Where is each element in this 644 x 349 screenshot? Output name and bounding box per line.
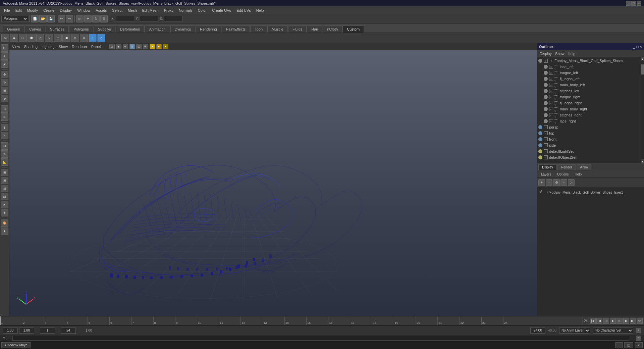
taskbar-restore-btn[interactable]: ◫ (624, 342, 633, 348)
select-tool[interactable]: ▷ (1, 44, 8, 52)
outliner-item-top[interactable]: c top (537, 130, 641, 136)
options-menu[interactable]: Options (554, 172, 571, 177)
ep-curve[interactable]: ≈ (1, 132, 8, 139)
shelf-tab-rendering[interactable]: Rendering (196, 26, 221, 33)
pb-expand-btn[interactable]: ≡ (636, 328, 641, 333)
viewport-content[interactable]: X Y Z (9, 50, 537, 316)
anim-layer-dropdown[interactable]: No Anim Layer (559, 328, 590, 334)
minimize-button[interactable]: _ (626, 1, 631, 6)
shelf-tab-polygons[interactable]: Polygons (69, 26, 93, 33)
shelf-tab-subdivs[interactable]: Subdivs (94, 26, 115, 33)
menu-item-edit-uvs[interactable]: Edit UVs (234, 8, 254, 13)
menu-item-create[interactable]: Create (41, 8, 57, 13)
prev-frame-btn[interactable]: ◀ (596, 318, 602, 324)
vp-btn-2[interactable]: ◼ (116, 44, 121, 49)
x-input[interactable] (116, 16, 134, 22)
layer-assign-btn[interactable]: ← (560, 179, 567, 186)
vp-btn-wire[interactable]: ⊡ (129, 44, 135, 49)
start-frame-input[interactable] (3, 328, 18, 334)
next-key-btn[interactable]: ▷ (616, 318, 623, 324)
scroll-track[interactable] (641, 61, 644, 159)
redo-button[interactable]: ↪ (66, 15, 73, 22)
undo-button[interactable]: ↩ (58, 15, 65, 22)
outliner-item-tongue-right[interactable]: c —○ tongue_right (542, 94, 641, 100)
timeline-ruler[interactable]: 123456789101112131415161718192021222324 (0, 316, 583, 325)
prev-key-btn[interactable]: ◁ (603, 318, 609, 324)
shelf-icon-check2[interactable]: ✓ (97, 34, 105, 42)
shelf-tab-hair[interactable]: Hair (307, 26, 322, 33)
menu-item-edit[interactable]: Edit (13, 8, 24, 13)
vp-btn-3[interactable]: ⊕ (123, 44, 128, 49)
layer-row-main[interactable]: V / /Footjoy_Mens_Black_Golf_Spikes_Shoe… (538, 189, 643, 196)
status-expand-btn[interactable]: ≡ (636, 336, 641, 341)
panels-menu[interactable]: Panels (90, 45, 104, 49)
rotate-tool[interactable]: ↻ (1, 79, 8, 86)
vp-light-1[interactable]: ● (150, 44, 155, 49)
shelf-icon-1[interactable]: ◎ (1, 34, 9, 42)
range-end-input[interactable] (530, 328, 545, 334)
curve-tool[interactable]: ∫ (1, 124, 8, 131)
outliner-item-fj-logos-right[interactable]: c —○ fj_logos_right (542, 100, 641, 106)
vp-light-2[interactable]: ● (156, 44, 162, 49)
scale-tool[interactable]: ⊞ (1, 87, 8, 94)
outliner-item-front[interactable]: c front (537, 136, 641, 142)
outliner-minimize[interactable]: _ (633, 45, 635, 49)
y-input[interactable] (140, 16, 158, 22)
lasso-tool[interactable]: ⌖ (1, 52, 8, 60)
shelf-tab-toon[interactable]: Toon (250, 26, 267, 33)
next-frame-btn[interactable]: ▶ (623, 318, 629, 324)
move-button[interactable]: ✛ (84, 15, 92, 22)
menu-item-create-uvs[interactable]: Create UVs (209, 8, 234, 13)
universal-tool[interactable]: ⊛ (1, 95, 8, 102)
new-layer-btn[interactable]: + (538, 179, 545, 186)
menu-item-normals[interactable]: Normals (176, 8, 195, 13)
menu-item-select[interactable]: Select (109, 8, 125, 13)
anim-tool[interactable]: ► (1, 201, 8, 208)
outliner-item-default-object-set[interactable]: c defaultObjectSet (537, 154, 641, 160)
scale-button[interactable]: ⊞ (100, 15, 108, 22)
help-menu[interactable]: Help (572, 172, 584, 177)
shelf-tab-curves[interactable]: Curves (25, 26, 45, 33)
shelf-icon-5[interactable]: △ (36, 34, 44, 42)
menu-item-window[interactable]: Window (74, 8, 93, 13)
z-input[interactable] (164, 16, 182, 22)
close-button[interactable]: × (637, 1, 641, 6)
outliner-item-persp[interactable]: c persp (537, 124, 641, 130)
shelf-icon-4[interactable]: ⬢ (28, 34, 36, 42)
shelf-icon-7[interactable]: ◻ (54, 34, 62, 42)
anim-tab[interactable]: Anim (577, 164, 592, 170)
menu-item-color[interactable]: Color (195, 8, 209, 13)
open-button[interactable]: 📂 (39, 15, 47, 22)
show-menu[interactable]: Show (57, 45, 69, 49)
outliner-content[interactable]: c ▸ Footjoy_Mens_Black_Golf_Spikes_Shoes… (537, 57, 641, 163)
move-tool[interactable]: ✛ (1, 71, 8, 78)
layers-menu[interactable]: Layers (538, 172, 554, 177)
shelf-tab-surfaces[interactable]: Surfaces (46, 26, 69, 33)
char-set-dropdown[interactable]: No Character Set (593, 328, 633, 334)
render-tool[interactable]: ◈ (1, 209, 8, 216)
outliner-item-root[interactable]: c ▸ Footjoy_Mens_Black_Golf_Spikes_Shoes (537, 58, 641, 64)
show-manip[interactable]: ⊞ (1, 169, 8, 176)
menu-item-assets[interactable]: Assets (93, 8, 109, 13)
menu-item-proxy[interactable]: Proxy (161, 8, 176, 13)
outliner-item-main-body-right[interactable]: c —○ main_body_right (542, 106, 641, 112)
outliner-item-main-body-left[interactable]: c —○ main_body_left (542, 82, 641, 88)
menu-item-help[interactable]: Help (254, 8, 267, 13)
scroll-up-arrow[interactable]: ▲ (641, 57, 644, 61)
menu-item-modify[interactable]: Modify (24, 8, 41, 13)
annotate[interactable]: ✎ (1, 150, 8, 158)
outliner-item-lace-right[interactable]: c —○ lace_right (542, 118, 641, 124)
anim-end-input[interactable] (61, 328, 76, 334)
display-tab[interactable]: Display (538, 164, 557, 170)
lighting-menu[interactable]: Lighting (40, 45, 56, 49)
outliner-item-side[interactable]: c side (537, 142, 641, 148)
loop-btn[interactable]: ⟳ (637, 318, 643, 324)
select-button[interactable]: ▷ (76, 15, 84, 22)
shelf-tab-ncloth[interactable]: nCloth (323, 26, 342, 33)
view-menu[interactable]: View (11, 45, 21, 49)
shelf-icon-8[interactable]: ◼ (62, 34, 70, 42)
layer-select-btn[interactable]: ▷ (568, 179, 575, 186)
measure[interactable]: 📐 (1, 158, 8, 166)
shelf-tab-painteffects[interactable]: PaintEffects (222, 26, 250, 33)
shelf-icon-6[interactable]: ▽ (45, 34, 53, 42)
